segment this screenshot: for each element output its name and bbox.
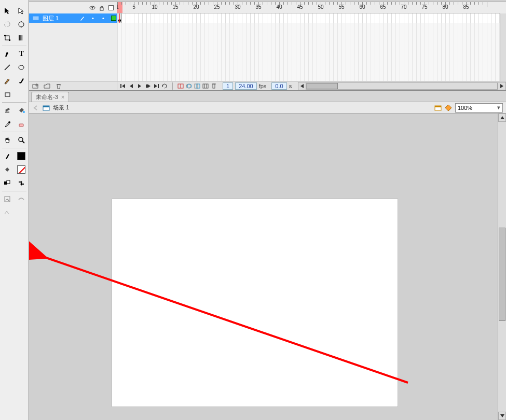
new-layer-button[interactable] — [32, 82, 39, 90]
new-folder-button[interactable] — [44, 82, 51, 90]
layer-visible-dot[interactable]: • — [89, 15, 97, 22]
edit-multiple-button[interactable] — [202, 82, 209, 90]
scroll-right-button[interactable] — [498, 82, 506, 90]
rectangle-tool[interactable] — [1, 88, 13, 101]
scroll-thumb[interactable] — [307, 83, 338, 89]
svg-rect-40 — [195, 84, 198, 88]
gradient-transform-tool[interactable] — [16, 32, 28, 44]
ruler-label: 75 — [421, 4, 427, 10]
svg-marker-32 — [147, 84, 151, 88]
pen-tool[interactable] — [1, 48, 13, 60]
hand-tool[interactable] — [1, 134, 13, 146]
stage-v-scrollbar[interactable] — [498, 114, 506, 420]
play-button[interactable] — [136, 82, 143, 90]
text-tool[interactable]: T — [16, 48, 28, 60]
document-tab-bar: 未命名-3 × — [29, 91, 506, 102]
stage-area[interactable] — [29, 114, 506, 420]
fill-color-swatch[interactable] — [16, 163, 28, 176]
eyedropper-tool[interactable] — [1, 118, 13, 130]
document-tab-label: 未命名-3 — [36, 93, 58, 101]
goto-last-button[interactable] — [153, 82, 160, 90]
scroll-down-button[interactable] — [498, 412, 506, 420]
svg-rect-45 — [213, 84, 215, 88]
svg-rect-11 — [5, 93, 10, 96]
prev-frame-button[interactable] — [128, 82, 135, 90]
svg-rect-41 — [197, 84, 200, 88]
stroke-color-swatch[interactable] — [16, 150, 28, 162]
layer-lock-dot[interactable]: • — [100, 15, 107, 22]
fps-label: fps — [259, 83, 270, 89]
onion-skin-button[interactable] — [185, 82, 193, 90]
straighten-option[interactable] — [1, 206, 13, 219]
lock-column-icon[interactable] — [98, 4, 105, 11]
svg-line-17 — [22, 141, 24, 143]
next-frame-button[interactable] — [144, 82, 152, 90]
svg-rect-15 — [19, 124, 23, 127]
stage-scroll-thumb[interactable] — [499, 228, 505, 321]
paint-bucket-tool[interactable] — [16, 104, 28, 117]
selection-tool[interactable] — [1, 5, 13, 17]
fps-readout[interactable]: 24.00 — [235, 82, 257, 90]
zoom-value: 100% — [458, 105, 472, 111]
goto-first-button[interactable] — [119, 82, 127, 90]
timeline-panel: 1510152025303540455055606570758085 图层 1 … — [29, 0, 506, 91]
svg-point-16 — [19, 137, 23, 142]
edit-scene-button[interactable] — [434, 104, 442, 111]
layer-outline-swatch[interactable] — [110, 15, 117, 22]
delete-layer-button[interactable] — [55, 82, 62, 90]
smooth-option[interactable] — [16, 193, 28, 205]
loop-button[interactable] — [161, 82, 168, 90]
default-colors-button[interactable] — [1, 177, 13, 189]
time-readout[interactable]: 0.0 — [271, 82, 286, 90]
stage-canvas[interactable] — [112, 199, 398, 407]
timeline-h-scrollbar[interactable] — [298, 82, 506, 90]
free-transform-tool[interactable] — [1, 32, 13, 44]
layer-name[interactable]: 图层 1 — [43, 15, 76, 22]
fill-color-picker[interactable] — [1, 163, 13, 176]
magic-wand-tool[interactable] — [16, 18, 28, 31]
eraser-tool[interactable] — [16, 118, 28, 130]
timeline-v-scrollbar[interactable] — [500, 13, 506, 81]
line-tool[interactable] — [1, 61, 13, 74]
swap-colors-button[interactable] — [16, 177, 28, 189]
scene-label[interactable]: 场景 1 — [53, 104, 69, 111]
deco-tool[interactable] — [1, 193, 13, 205]
zoom-combo[interactable]: 100% ▾ — [455, 103, 503, 113]
svg-rect-29 — [120, 84, 121, 88]
edit-symbol-button[interactable] — [445, 104, 452, 111]
outline-column-icon[interactable] — [107, 4, 115, 11]
scroll-left-button[interactable] — [298, 82, 306, 90]
marker-button[interactable] — [210, 82, 217, 90]
stroke-color-picker[interactable] — [1, 150, 13, 162]
scroll-up-button[interactable] — [498, 114, 506, 122]
svg-rect-19 — [7, 180, 10, 184]
svg-rect-5 — [5, 36, 9, 40]
edit-bar: 场景 1 100% ▾ — [29, 102, 506, 114]
layer-frames-track[interactable] — [117, 13, 500, 23]
ruler-label: 60 — [359, 4, 365, 10]
center-frame-button[interactable] — [177, 82, 184, 90]
empty-slot-2 — [16, 206, 28, 219]
svg-marker-30 — [122, 84, 125, 88]
close-tab-button[interactable]: × — [61, 94, 64, 100]
lasso-tool[interactable] — [1, 18, 13, 31]
pencil-tool[interactable] — [1, 75, 13, 87]
svg-point-14 — [8, 121, 10, 123]
svg-point-39 — [187, 84, 192, 88]
layer-row[interactable]: 图层 1 • • — [29, 13, 500, 23]
brush-tool[interactable] — [16, 75, 28, 87]
ruler-label: 50 — [318, 4, 323, 10]
oval-tool[interactable] — [16, 61, 28, 74]
zoom-tool[interactable] — [16, 134, 28, 146]
svg-line-9 — [5, 65, 10, 70]
document-tab[interactable]: 未命名-3 × — [31, 92, 69, 102]
subselection-tool[interactable] — [16, 5, 28, 17]
current-frame-readout[interactable]: 1 — [223, 82, 233, 90]
svg-marker-1 — [19, 8, 23, 14]
back-button[interactable] — [32, 104, 39, 111]
onion-outline-button[interactable] — [194, 82, 201, 90]
ink-bottle-tool[interactable] — [1, 104, 13, 117]
empty-slot — [16, 88, 28, 101]
visibility-column-icon[interactable] — [89, 4, 96, 11]
timeline-ruler[interactable]: 1510152025303540455055606570758085 — [117, 2, 500, 13]
